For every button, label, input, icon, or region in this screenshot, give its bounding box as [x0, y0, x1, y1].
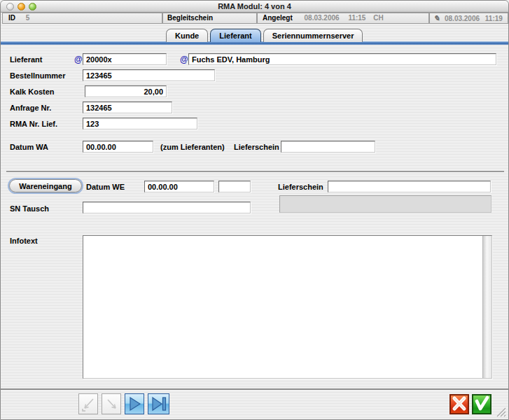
rma-nr-lief-label: RMA Nr. Lief.: [10, 120, 57, 128]
nav-last-icon: [150, 395, 168, 413]
id-label: ID: [8, 13, 15, 23]
header-document-cell: Begleitschein: [162, 13, 257, 24]
rma-modul-window: RMA Modul: 4 von 4 ID 5 Begleitschein An…: [0, 0, 509, 420]
header-modified-cell: ✎ 08.03.2006 11:19 CH: [429, 13, 508, 24]
lieferschein-wa-label: Lieferschein: [234, 143, 279, 151]
rma-nr-lief-field[interactable]: [83, 118, 197, 130]
datum-wa-field[interactable]: [83, 141, 153, 153]
at-link-icon[interactable]: @: [74, 55, 83, 64]
bottom-divider: [1, 388, 509, 390]
lieferschein-we-field[interactable]: [328, 181, 491, 192]
bestellnummer-label: Bestellnummer: [10, 71, 65, 80]
disabled-info-box: [279, 195, 491, 213]
nav-next-icon: [126, 395, 143, 413]
bestellnummer-field[interactable]: [83, 69, 215, 81]
created-timezone: CH: [373, 13, 383, 23]
kalk-kosten-label: Kalk Kosten: [10, 88, 55, 96]
nav-first-record-button[interactable]: [78, 393, 98, 414]
infotext-scrollbar[interactable]: [482, 236, 491, 378]
titlebar[interactable]: RMA Modul: 4 von 4: [1, 1, 508, 13]
tab-lieferant[interactable]: Lieferant: [210, 29, 260, 42]
datum-we-label: Datum WE: [86, 183, 125, 191]
document-type-label: Begleitschein: [167, 13, 213, 23]
created-label: Angelegt: [263, 13, 293, 23]
sn-tausch-field[interactable]: [83, 202, 251, 214]
confirm-button[interactable]: [472, 394, 491, 414]
tab-kunde[interactable]: Kunde: [166, 29, 208, 42]
nav-previous-record-button[interactable]: [102, 393, 121, 414]
pencil-icon: ✎: [433, 13, 440, 23]
header-created-cell: Angelegt 08.03.2006 11:15 CH: [257, 13, 429, 24]
anfrage-nr-label: Anfrage Nr.: [10, 104, 51, 112]
at-link-icon[interactable]: @: [180, 55, 188, 64]
anfrage-nr-field[interactable]: [83, 102, 172, 113]
datum-we-time-field[interactable]: [218, 181, 251, 192]
cancel-x-icon: [452, 396, 467, 412]
modified-time: 11:19: [485, 14, 503, 24]
tab-seriennummernserver[interactable]: Seriennummernserver: [263, 29, 363, 42]
infotext-textarea[interactable]: [83, 236, 482, 378]
datum-wa-label: Datum WA: [10, 143, 48, 151]
nav-last-record-button[interactable]: [148, 393, 169, 414]
zum-lieferanten-note: (zum Lieferanten): [160, 143, 225, 151]
id-value: 5: [26, 13, 30, 23]
wareneingang-button[interactable]: Wareneingang: [9, 179, 82, 192]
modified-date: 08.03.2006: [445, 14, 480, 24]
created-date: 08.03.2006: [305, 13, 340, 23]
kalk-kosten-field[interactable]: [85, 85, 167, 97]
tab-bar: Kunde Lieferant Seriennummernserver: [166, 29, 363, 42]
sn-tausch-label: SN Tausch: [10, 204, 49, 213]
infotext-label: Infotext: [10, 237, 38, 245]
lieferant-name-field[interactable]: [188, 53, 496, 65]
datum-we-field[interactable]: [144, 181, 214, 192]
modified-timezone: CH: [508, 14, 508, 24]
lieferschein-we-label: Lieferschein: [278, 183, 323, 191]
resize-grip[interactable]: [495, 406, 506, 417]
section-divider: [6, 171, 504, 172]
header-id-cell: ID 5: [2, 13, 162, 24]
lieferschein-wa-field[interactable]: [281, 141, 375, 153]
created-time: 11:15: [348, 13, 365, 23]
confirm-check-icon: [474, 396, 489, 412]
infotext-box: [83, 235, 492, 379]
nav-first-icon: [80, 395, 97, 413]
cancel-button[interactable]: [449, 394, 469, 414]
lieferant-code-field[interactable]: [83, 53, 167, 65]
lieferant-label: Lieferant: [10, 55, 42, 64]
nav-next-record-button[interactable]: [125, 393, 144, 414]
nav-previous-icon: [103, 395, 120, 413]
window-title: RMA Modul: 4 von 4: [1, 2, 508, 10]
